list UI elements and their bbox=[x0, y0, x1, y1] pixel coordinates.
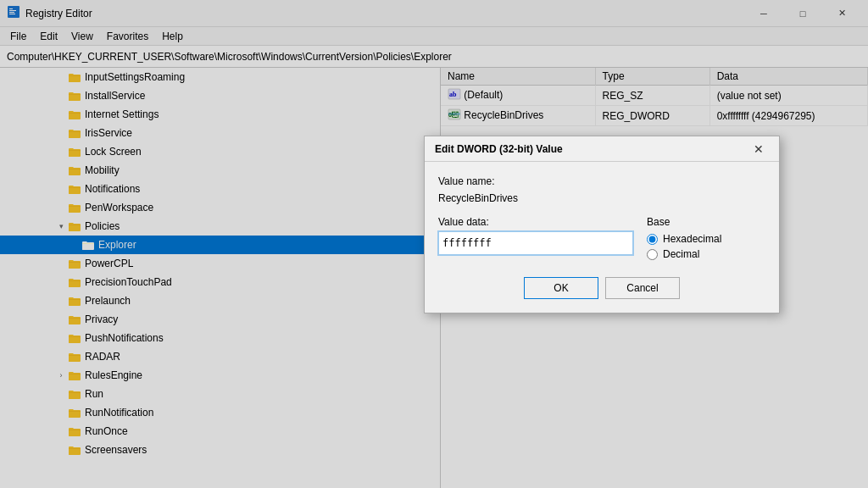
modal-overlay: Edit DWORD (32-bit) Value ✕ Value name: … bbox=[0, 0, 868, 488]
dialog-row: Value data: Base Hexadecimal Decimal bbox=[438, 216, 765, 263]
value-name-label: Value name: bbox=[438, 175, 765, 187]
dialog-title-bar: Edit DWORD (32-bit) Value ✕ bbox=[425, 136, 779, 162]
base-label: Base bbox=[647, 216, 765, 228]
decimal-option[interactable]: Decimal bbox=[647, 248, 765, 260]
hexadecimal-radio[interactable] bbox=[647, 234, 658, 245]
ok-button[interactable]: OK bbox=[524, 277, 598, 299]
hexadecimal-label: Hexadecimal bbox=[663, 233, 721, 245]
hexadecimal-option[interactable]: Hexadecimal bbox=[647, 233, 765, 245]
dialog-close-button[interactable]: ✕ bbox=[748, 139, 769, 159]
value-data-input[interactable] bbox=[438, 231, 633, 255]
value-data-label: Value data: bbox=[438, 216, 633, 228]
dialog-body: Value name: RecycleBinDrives Value data:… bbox=[425, 162, 779, 313]
cancel-button[interactable]: Cancel bbox=[605, 277, 680, 299]
decimal-label: Decimal bbox=[663, 248, 699, 260]
dialog-title: Edit DWORD (32-bit) Value bbox=[435, 143, 563, 155]
edit-dword-dialog: Edit DWORD (32-bit) Value ✕ Value name: … bbox=[424, 136, 780, 313]
value-name-display: RecycleBinDrives bbox=[438, 191, 765, 206]
dialog-buttons: OK Cancel bbox=[438, 277, 765, 299]
base-group: Base Hexadecimal Decimal bbox=[647, 216, 765, 263]
decimal-radio[interactable] bbox=[647, 249, 658, 260]
value-data-group: Value data: bbox=[438, 216, 633, 255]
